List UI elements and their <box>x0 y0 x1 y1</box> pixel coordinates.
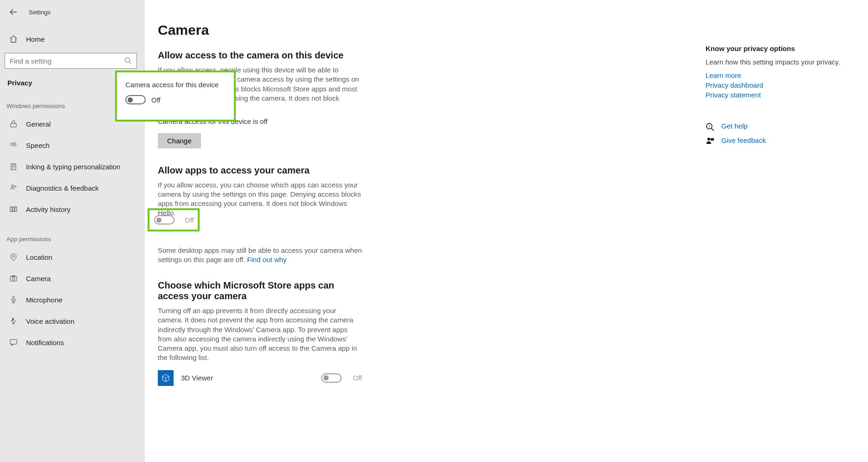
nav-label: Diagnostics & feedback <box>26 184 99 192</box>
app-row-3d-viewer: 3D Viewer Off <box>158 370 362 386</box>
section1-heading: Allow access to the camera on this devic… <box>158 50 353 61</box>
section3-heading: Choose which Microsoft Store apps can ac… <box>158 280 353 302</box>
section-header-app-permissions: App permissions <box>0 236 145 243</box>
privacy-options-desc: Learn how this setting impacts your priv… <box>706 58 845 66</box>
nav-label: Microphone <box>26 296 62 304</box>
svg-point-4 <box>11 143 13 146</box>
nav-diagnostics[interactable]: Diagnostics & feedback <box>0 177 145 199</box>
window-title: Settings <box>29 9 51 16</box>
app-name: 3D Viewer <box>181 374 321 382</box>
nav-label: Camera <box>26 275 51 282</box>
privacy-options-heading: Know your privacy options <box>706 45 845 52</box>
apps-access-toggle-highlight: Off <box>148 208 200 231</box>
right-panel: Know your privacy options Learn how this… <box>706 45 845 151</box>
section3-desc: Turning off an app prevents it from dire… <box>158 306 362 363</box>
svg-point-10 <box>13 256 14 257</box>
lock-icon <box>9 120 18 128</box>
svg-rect-20 <box>711 138 714 141</box>
nav-inking[interactable]: Inking & typing personalization <box>0 156 145 177</box>
camera-access-popup: Camera access for this device Off <box>115 71 236 122</box>
svg-rect-7 <box>10 207 12 212</box>
section2-heading: Allow apps to access your camera <box>158 165 353 176</box>
back-button[interactable] <box>9 8 18 16</box>
app-toggle-3d-viewer <box>321 373 342 383</box>
privacy-statement-link[interactable]: Privacy statement <box>706 91 845 99</box>
nav-label: Speech <box>26 141 50 149</box>
apps-access-toggle <box>154 215 175 225</box>
give-feedback-label: Give feedback <box>721 136 766 144</box>
home-button[interactable]: Home <box>0 28 145 50</box>
search-field[interactable] <box>10 57 124 65</box>
privacy-dashboard-link[interactable]: Privacy dashboard <box>706 81 845 89</box>
svg-point-12 <box>12 277 15 280</box>
nav-notifications[interactable]: Notifications <box>0 332 145 353</box>
voice-icon <box>9 317 18 325</box>
nav-camera[interactable]: Camera <box>0 268 145 289</box>
feedback-icon <box>706 137 715 146</box>
home-label: Home <box>26 35 45 43</box>
camera-icon <box>9 274 18 282</box>
search-input[interactable] <box>5 53 137 69</box>
nav-speech[interactable]: Speech <box>0 135 145 156</box>
location-icon <box>9 253 18 261</box>
nav-activity[interactable]: Activity history <box>0 199 145 220</box>
nav-microphone[interactable]: Microphone <box>0 289 145 310</box>
nav-voice-activation[interactable]: Voice activation <box>0 310 145 332</box>
svg-rect-15 <box>13 318 14 321</box>
nav-label: Location <box>26 253 52 261</box>
clipboard-icon <box>9 162 18 171</box>
3d-viewer-icon <box>158 370 174 386</box>
apps-access-toggle-state: Off <box>185 216 194 224</box>
svg-rect-3 <box>11 123 16 127</box>
popup-title: Camera access for this device <box>125 81 227 89</box>
svg-rect-16 <box>10 340 17 344</box>
activity-icon <box>9 205 18 213</box>
nav-label: General <box>26 120 51 128</box>
sidebar: Settings Home Privacy Windows permission… <box>0 0 145 462</box>
camera-device-toggle-state: Off <box>151 96 161 104</box>
svg-point-6 <box>12 185 14 187</box>
change-button[interactable]: Change <box>158 133 201 148</box>
svg-point-19 <box>707 138 710 141</box>
svg-rect-14 <box>13 296 14 300</box>
find-out-why-link[interactable]: Find out why <box>247 256 286 263</box>
camera-device-toggle[interactable] <box>125 95 146 104</box>
page-title: Camera <box>158 22 868 38</box>
get-help-link[interactable]: ? Get help <box>706 122 845 132</box>
section2-note: Some desktop apps may still be able to a… <box>158 246 362 265</box>
svg-rect-9 <box>15 207 17 212</box>
get-help-label: Get help <box>721 122 748 130</box>
svg-text:?: ? <box>708 124 711 128</box>
microphone-icon <box>9 295 18 304</box>
feedback-icon <box>9 184 18 192</box>
svg-point-2 <box>125 58 130 63</box>
nav-location[interactable]: Location <box>0 246 145 268</box>
nav-label: Notifications <box>26 339 64 346</box>
app-toggle-state: Off <box>353 374 362 382</box>
svg-rect-13 <box>12 276 15 276</box>
back-arrow-icon <box>9 8 18 16</box>
nav-label: Activity history <box>26 205 71 213</box>
learn-more-link[interactable]: Learn more <box>706 71 845 79</box>
home-icon <box>9 35 18 43</box>
nav-label: Voice activation <box>26 317 74 325</box>
speech-icon <box>9 141 18 149</box>
help-icon: ? <box>706 122 715 132</box>
nav-label: Inking & typing personalization <box>26 163 120 171</box>
svg-rect-8 <box>13 207 14 212</box>
notifications-icon <box>9 338 18 346</box>
search-icon <box>124 57 132 64</box>
give-feedback-link[interactable]: Give feedback <box>706 136 845 146</box>
